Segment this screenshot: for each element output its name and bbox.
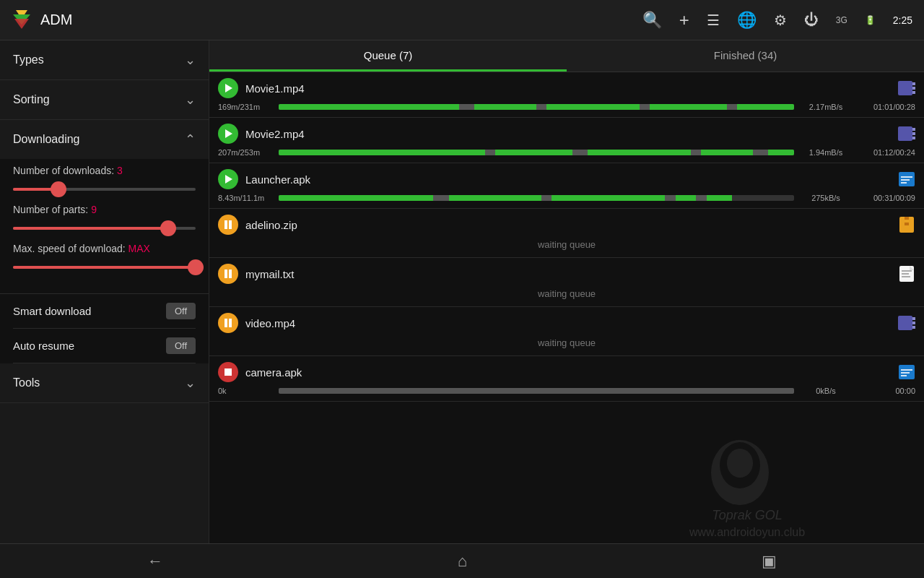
home-button[interactable]: ⌂ <box>443 546 481 577</box>
auto-resume-label: Auto resume <box>13 340 74 352</box>
stop-button-camera[interactable] <box>218 362 238 382</box>
chevron-down-icon: ⌄ <box>185 52 196 68</box>
num-parts-control: Number of parts: 9 <box>13 204 196 230</box>
adelino-waiting: waiting queue <box>209 238 924 257</box>
video-filename: video.mp4 <box>245 317 898 329</box>
camera-time: 00:00 <box>858 387 915 395</box>
launcher-filename: Launcher.apk <box>245 173 898 186</box>
camera-progress-row: 0k 0kB/s 00:00 <box>209 385 924 401</box>
menu-icon[interactable]: ☰ <box>707 12 720 29</box>
sidebar-section-tools: Tools ⌄ <box>0 363 209 403</box>
sidebar-sorting-label: Sorting <box>13 93 50 106</box>
top-actions: 🔍 + ☰ 🌐 ⚙ ⏻ 3G 🔋 2:25 <box>642 10 912 30</box>
play-button-movie2[interactable] <box>218 124 238 144</box>
movie1-size: 169m/231m <box>218 103 276 111</box>
svg-rect-12 <box>912 137 915 139</box>
svg-rect-29 <box>902 273 909 275</box>
add-icon[interactable]: + <box>679 10 689 30</box>
svg-marker-8 <box>225 129 232 138</box>
app-title: ADM <box>40 12 642 28</box>
sidebar-downloading-label: Downloading <box>13 133 80 146</box>
launcher-size: 8.43m/11.1m <box>218 194 276 202</box>
sidebar-tools-header[interactable]: Tools ⌄ <box>0 363 209 402</box>
svg-rect-30 <box>902 276 910 277</box>
clock: 2:25 <box>893 14 912 26</box>
sidebar-types-header[interactable]: Types ⌄ <box>0 40 209 79</box>
svg-rect-7 <box>912 91 915 94</box>
movie2-progress-row: 207m/253m 1.94mB/s 01:12/00:24 <box>209 147 924 163</box>
launcher-time: 00:31/00:09 <box>858 194 915 202</box>
download-item-launcher: Launcher.apk 8.43m/11.1m <box>209 163 924 209</box>
movie1-progress-row: 169m/231m 2.17mB/s 01:01/00:28 <box>209 101 924 117</box>
search-icon[interactable]: 🔍 <box>642 11 662 30</box>
play-button-launcher[interactable] <box>218 169 238 189</box>
svg-rect-16 <box>901 179 910 181</box>
num-parts-slider-track <box>13 227 196 230</box>
pause-button-video[interactable] <box>218 313 238 333</box>
svg-rect-11 <box>912 132 915 135</box>
movie2-time: 01:12/00:24 <box>858 148 915 157</box>
recents-button[interactable]: ▣ <box>747 546 791 577</box>
mymail-header: mymail.txt <box>209 258 924 287</box>
svg-rect-17 <box>901 182 907 184</box>
num-parts-slider-fill <box>13 227 168 230</box>
num-parts-slider-thumb[interactable] <box>160 220 176 236</box>
num-parts-value: 9 <box>91 204 97 215</box>
launcher-header: Launcher.apk <box>209 163 924 192</box>
app-logo <box>12 9 32 32</box>
max-speed-value: MAX <box>128 243 150 254</box>
num-downloads-slider-thumb[interactable] <box>51 181 66 197</box>
svg-rect-19 <box>229 220 232 229</box>
main-layout: Types ⌄ Sorting ⌄ Downloading ⌃ Number o… <box>0 40 924 543</box>
globe-icon[interactable]: 🌐 <box>737 11 757 30</box>
power-icon[interactable]: ⏻ <box>804 12 819 28</box>
pause-button-adelino[interactable] <box>218 215 238 235</box>
movie1-filename: Movie1.mp4 <box>245 82 898 95</box>
smart-download-toggle[interactable]: Off <box>166 303 196 319</box>
smart-download-label: Smart download <box>13 305 91 317</box>
max-speed-slider-track <box>13 266 196 269</box>
camera-speed: 0kB/s <box>797 387 855 395</box>
sidebar-section-types: Types ⌄ <box>0 40 209 80</box>
video-waiting: waiting queue <box>209 336 924 355</box>
svg-rect-34 <box>898 316 912 330</box>
svg-rect-4 <box>898 81 912 95</box>
sidebar-section-sorting: Sorting ⌄ <box>0 80 209 120</box>
launcher-progress-bar <box>279 195 794 201</box>
adelino-header: adelino.zip <box>209 209 924 238</box>
max-speed-label: Max. speed of download: MAX <box>13 243 196 254</box>
movie2-size: 207m/253m <box>218 148 276 157</box>
smart-download-row: Smart download Off <box>13 294 196 329</box>
mymail-waiting: waiting queue <box>209 287 924 306</box>
svg-rect-35 <box>912 317 915 320</box>
chevron-down-icon-tools: ⌄ <box>185 375 196 391</box>
num-downloads-value: 3 <box>117 165 123 176</box>
sidebar-tools-label: Tools <box>13 376 40 389</box>
svg-rect-6 <box>912 87 915 90</box>
movie1-progress-bar <box>279 104 794 110</box>
movie2-file-icon <box>898 125 915 142</box>
svg-rect-15 <box>901 176 912 178</box>
svg-rect-25 <box>225 269 227 278</box>
sidebar-section-downloading: Downloading ⌃ Number of downloads: 3 <box>0 120 209 294</box>
movie1-header: Movie1.mp4 <box>209 72 924 101</box>
auto-resume-toggle[interactable]: Off <box>166 337 196 354</box>
video-file-icon <box>898 314 915 332</box>
movie1-speed: 2.17mB/s <box>797 103 855 111</box>
back-button[interactable]: ← <box>133 546 178 577</box>
sidebar-sorting-header[interactable]: Sorting ⌄ <box>0 80 209 119</box>
sidebar-downloading-header[interactable]: Downloading ⌃ <box>0 120 209 159</box>
mymail-filename: mymail.txt <box>245 268 898 280</box>
camera-header: camera.apk <box>209 356 924 385</box>
movie2-filename: Movie2.mp4 <box>245 128 898 140</box>
sidebar: Types ⌄ Sorting ⌄ Downloading ⌃ Number o… <box>0 40 209 543</box>
pause-button-mymail[interactable] <box>218 264 238 284</box>
play-button-movie1[interactable] <box>218 78 238 98</box>
equalizer-icon[interactable]: ⚙ <box>774 12 787 29</box>
svg-rect-21 <box>905 217 909 220</box>
max-speed-slider-thumb[interactable] <box>188 259 204 275</box>
tab-queue[interactable]: Queue (7) <box>209 40 567 72</box>
svg-rect-36 <box>912 322 915 324</box>
tab-finished[interactable]: Finished (34) <box>567 40 924 72</box>
camera-progress-bar <box>279 388 794 394</box>
